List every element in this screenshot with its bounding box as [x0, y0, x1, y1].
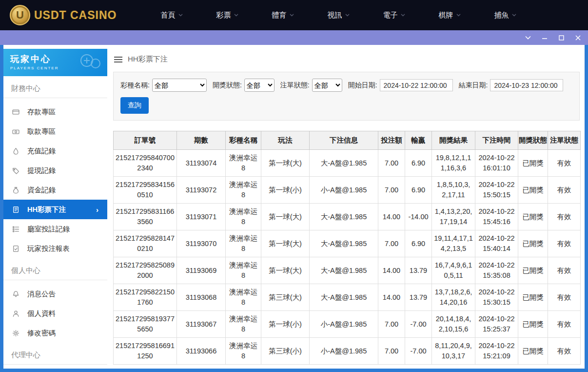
nav-item-label: 捕魚 [494, 11, 509, 20]
recharge-record-icon [12, 147, 20, 155]
chevron-down-icon [290, 14, 294, 17]
bet-status-select[interactable]: 全部 [312, 79, 342, 92]
cell-win_loss: 13.79 [405, 257, 432, 284]
cell-bet_time: 2024-10-22 15:45:16 [475, 204, 518, 230]
cell-win_loss: -7.00 [405, 338, 432, 365]
cell-win_loss: 6.90 [405, 230, 432, 257]
draw-status-select[interactable]: 全部 [244, 79, 274, 92]
sidebar-item-withdraw[interactable]: 取款專區› [3, 122, 107, 141]
chevron-down-icon [234, 14, 238, 17]
nav-item-sports[interactable]: 體育 [255, 0, 311, 30]
column-header-order_no: 訂單號 [114, 131, 177, 150]
cell-bet_info: 大-A盤@1.985 [310, 150, 378, 177]
cell-play: 第三球(大) [261, 284, 310, 311]
cell-win_loss: 6.90 [405, 177, 432, 204]
cell-bet_amount: 14.00 [378, 257, 405, 284]
close-button[interactable] [571, 32, 584, 43]
sidebar-item-label: 廳室投註記錄 [27, 225, 70, 234]
hamburger-menu-icon[interactable] [114, 56, 122, 63]
cell-play: 第一球(大) [261, 257, 310, 284]
nav-item-fishing[interactable]: 捕魚 [477, 0, 533, 30]
cell-lottery: 澳洲幸运8 [226, 284, 261, 311]
nav-item-home[interactable]: 首頁 [144, 0, 199, 30]
chevron-down-icon [345, 14, 350, 17]
column-header-bet_info: 下注信息 [310, 131, 378, 150]
cell-draw_result: 1,4,13,2,20,17,19,14 [432, 204, 475, 230]
nav-item-label: 彩票 [216, 11, 231, 20]
sidebar-item-label: 資金記錄 [27, 186, 56, 195]
maximize-icon [559, 35, 564, 41]
window-titlebar [0, 30, 588, 45]
table-row: 215217295816691125031193066澳洲幸运8第三球(小)小-… [114, 338, 581, 365]
sidebar-section-title: 代理中心 [3, 343, 107, 365]
cell-lottery: 澳洲幸运8 [226, 230, 261, 257]
sidebar-item-funds-records[interactable]: 資金記錄› [3, 180, 107, 200]
table-header-row: 訂單號期數彩種名稱玩法下注信息投注額輸贏開獎結果下注時間開獎狀態注單狀態 [114, 131, 581, 150]
nav-item-label: 電子 [383, 11, 397, 20]
nav-item-slots[interactable]: 電子 [366, 0, 422, 30]
chevron-down-icon [178, 14, 183, 17]
column-header-bet_status: 注單狀態 [548, 131, 581, 150]
maximize-button[interactable] [555, 32, 568, 43]
bell-icon [12, 290, 20, 298]
minimize-button[interactable] [538, 32, 551, 43]
sidebar-item-change-password[interactable]: 修改密碼› [3, 323, 107, 343]
sidebar-item-label: 充值記錄 [27, 146, 56, 156]
close-icon [575, 35, 581, 41]
cell-win_loss: 13.79 [405, 284, 432, 311]
cell-bet_time: 2024-10-22 15:30:15 [475, 284, 518, 311]
cell-bet_info: 大-A盤@1.985 [310, 230, 378, 257]
sidebar-section-title: 財務中心 [3, 76, 107, 98]
cell-period: 31193067 [177, 311, 226, 338]
brand-badge-letter: U [16, 9, 24, 21]
sidebar-item-label: 取款專區 [27, 127, 56, 136]
minimize-icon [542, 35, 548, 41]
room-bet-record-icon [12, 226, 20, 233]
sidebar-item-deposit[interactable]: 存款專區› [3, 102, 107, 122]
cell-bet_info: 大-A盤@1.985 [310, 284, 378, 311]
sidebar-item-messages[interactable]: 消息公告› [3, 284, 107, 304]
nav-item-lottery[interactable]: 彩票 [199, 0, 255, 30]
chevron-down-button[interactable] [522, 32, 534, 43]
lottery-name-label: 彩種名稱: [120, 81, 150, 90]
cell-bet_status: 有效 [548, 204, 581, 230]
cell-bet_time: 2024-10-22 15:35:08 [475, 257, 518, 284]
sidebar-item-cashout-records[interactable]: 提現記錄› [3, 161, 107, 180]
chevron-down-icon [401, 14, 405, 17]
start-date-input[interactable] [380, 79, 453, 91]
deposit-card-icon [12, 108, 20, 116]
cell-draw_result: 8,11,20,4,9,10,3,17 [432, 338, 475, 365]
sidebar-item-profile[interactable]: 個人資料› [3, 304, 107, 323]
sidebar-item-player-bet-report[interactable]: 玩家投注報表› [3, 239, 107, 258]
column-header-bet_time: 下注時間 [475, 131, 518, 150]
lottery-name-select[interactable]: 全部 [152, 79, 207, 92]
nav-item-label: 體育 [272, 11, 286, 20]
app-frame: 玩家中心 PLAYERS CENTER 財務中心存款專區›取款專區›充值記錄›提… [0, 45, 588, 372]
search-button[interactable]: 查詢 [120, 97, 149, 114]
cell-draw_status: 已開獎 [518, 150, 548, 177]
cell-lottery: 澳洲幸运8 [226, 257, 261, 284]
brand-logo[interactable]: U USDT CASINO [10, 5, 117, 25]
cell-bet_status: 有效 [548, 284, 581, 311]
sidebar-item-room-bet-records[interactable]: 廳室投註記錄› [3, 219, 107, 239]
brand-coin-icon: U [10, 5, 30, 25]
cell-lottery: 澳洲幸运8 [226, 150, 261, 177]
cell-bet_amount: 7.00 [378, 338, 405, 365]
cell-bet_info: 小-A盤@1.985 [310, 338, 378, 365]
sidebar-item-label: 存款專區 [27, 107, 56, 117]
end-date-input[interactable] [490, 79, 563, 91]
table-row: 215217295819377565031193067澳洲幸运8第一球(小)小-… [114, 311, 581, 338]
sidebar-item-recharge-records[interactable]: 充值記錄› [3, 141, 107, 161]
cell-draw_status: 已開獎 [518, 284, 548, 311]
lottery-bet-icon [12, 206, 20, 213]
cell-bet_status: 有效 [548, 338, 581, 365]
cell-draw_status: 已開獎 [518, 230, 548, 257]
sidebar-item-hh-lottery-bets[interactable]: HH彩票下注› [3, 200, 107, 219]
cell-lottery: 澳洲幸运8 [226, 177, 261, 204]
cell-bet_amount: 7.00 [378, 177, 405, 204]
sidebar-item-label: 消息公告 [27, 289, 56, 299]
nav-item-live-video[interactable]: 視訊 [311, 0, 366, 30]
cell-bet_info: 大-A盤@1.985 [310, 257, 378, 284]
cell-bet_time: 2024-10-22 16:01:10 [475, 150, 518, 177]
nav-item-board-games[interactable]: 棋牌 [422, 0, 477, 30]
